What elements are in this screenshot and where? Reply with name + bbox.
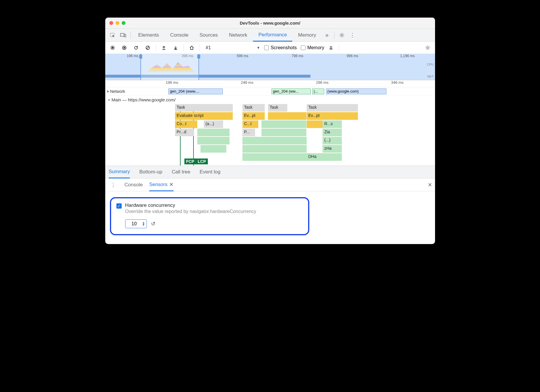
settings-icon[interactable] — [337, 30, 347, 40]
flame-block[interactable]: zHa — [322, 145, 342, 153]
network-request[interactable]: gen_204 (www.... — [168, 88, 223, 94]
flame-block[interactable] — [332, 112, 358, 120]
capture-settings-icon[interactable] — [423, 43, 433, 53]
flame-block[interactable]: Zia — [322, 129, 342, 136]
tab-elements[interactable]: Elements — [133, 29, 164, 41]
flame-block[interactable] — [201, 145, 226, 153]
flame-block[interactable]: Task — [242, 104, 265, 112]
main-tabs: Elements Console Sources Network Perform… — [105, 29, 435, 42]
flame-block[interactable]: Task — [268, 104, 287, 112]
flame-block[interactable] — [242, 153, 307, 161]
flame-block[interactable]: Ev...pt — [307, 112, 332, 120]
flame-chart[interactable]: FCP LCP TaskTaskTaskTaskEvaluate scriptE… — [105, 104, 435, 166]
close-sensors-tab-icon[interactable]: ✕ — [169, 181, 174, 188]
network-track: ▶Network gen_204 (www....gen_204 (ww...|… — [105, 87, 435, 96]
flame-block[interactable]: Task — [175, 104, 233, 112]
hardware-concurrency-title: Hardware concurrency — [125, 202, 256, 208]
record-circle-icon[interactable] — [119, 43, 129, 53]
tab-summary[interactable]: Summary — [109, 166, 130, 178]
overview-net-label: NET — [427, 75, 434, 78]
reset-icon[interactable]: ↺ — [151, 221, 155, 227]
flame-block[interactable] — [242, 137, 307, 144]
overview-cpu-label: CPU — [427, 63, 434, 66]
download-icon[interactable] — [171, 43, 181, 53]
main-track-label[interactable]: ▼Main — https://www.google.com/ — [105, 96, 435, 104]
svg-rect-1 — [120, 33, 124, 36]
tab-bottom-up[interactable]: Bottom-up — [139, 166, 162, 178]
drawer-kebab-icon[interactable]: ⋮ — [108, 180, 118, 190]
flame-block[interactable]: Co...t — [175, 120, 198, 128]
timeline-overview[interactable]: 196 ms 396 ms 596 ms 796 ms 996 ms 1,196… — [105, 54, 435, 80]
flame-block[interactable] — [197, 137, 230, 144]
svg-point-10 — [427, 47, 429, 49]
network-request[interactable]: |... — [312, 88, 324, 94]
svg-line-9 — [147, 47, 149, 49]
maximize-window-button[interactable] — [122, 21, 125, 25]
flame-block[interactable]: Ev...pt — [242, 112, 265, 120]
expand-icon[interactable]: ▶ — [107, 89, 109, 93]
performance-lower-tabs: Summary Bottom-up Call tree Event log — [105, 166, 435, 178]
close-window-button[interactable] — [109, 21, 113, 25]
memory-checkbox[interactable] — [301, 45, 305, 50]
collapse-icon[interactable]: ▼ — [108, 98, 111, 102]
svg-rect-2 — [124, 34, 126, 37]
hardware-concurrency-checkbox[interactable]: ✓ — [116, 203, 122, 209]
sensors-panel: ✓ Hardware concurrency Override the valu… — [105, 191, 435, 244]
flame-block[interactable] — [261, 120, 306, 128]
tab-network[interactable]: Network — [224, 29, 252, 41]
upload-icon[interactable] — [159, 43, 169, 53]
flame-block[interactable] — [261, 129, 306, 136]
flame-block[interactable] — [242, 145, 307, 153]
flame-block[interactable] — [268, 112, 306, 120]
flame-block[interactable] — [197, 129, 230, 136]
flame-block[interactable] — [307, 120, 323, 128]
flame-block[interactable]: (a...) — [204, 120, 223, 128]
minimize-window-button[interactable] — [116, 21, 119, 25]
reload-icon[interactable] — [131, 43, 141, 53]
garbage-collect-icon[interactable] — [326, 43, 336, 53]
flame-block[interactable]: Evaluate script — [175, 112, 233, 120]
hardware-concurrency-highlight: ✓ Hardware concurrency Override the valu… — [110, 197, 309, 235]
device-toggle-icon[interactable] — [118, 30, 128, 40]
performance-toolbar: #1 ▼ Screenshots Memory — [105, 42, 435, 54]
record-icon[interactable] — [108, 43, 118, 53]
selection-handle-left[interactable] — [139, 54, 142, 59]
home-icon[interactable] — [187, 43, 197, 53]
flame-block[interactable]: R...s — [322, 120, 342, 128]
tab-event-log[interactable]: Event log — [200, 166, 220, 178]
tab-memory[interactable]: Memory — [293, 29, 321, 41]
drawer-tab-sensors[interactable]: Sensors✕ — [149, 179, 174, 191]
recording-selector-dropdown[interactable]: ▼ — [257, 46, 260, 50]
overview-selection[interactable] — [140, 54, 199, 80]
clear-icon[interactable] — [143, 43, 153, 53]
close-drawer-icon[interactable]: ✕ — [428, 182, 432, 188]
inspect-icon[interactable] — [108, 30, 118, 40]
more-tabs-icon[interactable]: » — [322, 30, 332, 40]
svg-rect-5 — [112, 47, 113, 49]
flame-block[interactable]: C...t — [242, 120, 259, 128]
screenshots-label: Screenshots — [271, 45, 297, 50]
network-request[interactable]: (www.google.com) — [326, 88, 387, 94]
screenshots-checkbox[interactable] — [264, 45, 269, 50]
hardware-concurrency-input[interactable] — [125, 219, 147, 228]
network-track-label[interactable]: ▶Network — [105, 87, 132, 95]
kebab-menu-icon[interactable]: ⋮ — [347, 30, 357, 40]
tab-call-tree[interactable]: Call tree — [172, 166, 190, 178]
selection-handle-right[interactable] — [197, 54, 200, 59]
svg-point-3 — [341, 34, 343, 36]
devtools-window: DevTools - www.google.com/ Elements Cons… — [105, 18, 435, 244]
flame-block[interactable]: P... — [242, 129, 255, 136]
svg-point-7 — [123, 47, 125, 49]
flame-block[interactable]: Task — [307, 104, 358, 112]
flame-block[interactable]: (...) — [322, 137, 342, 144]
tab-console[interactable]: Console — [165, 29, 193, 41]
flame-block[interactable]: Pr...d — [175, 129, 194, 136]
hardware-concurrency-subtitle: Override the value reported by navigator… — [125, 209, 256, 214]
tab-sources[interactable]: Sources — [194, 29, 223, 41]
track-area: 196 ms 246 ms 296 ms 346 ms ▶Network gen… — [105, 80, 435, 166]
flame-block[interactable]: DHa — [307, 153, 342, 161]
drawer-tab-console[interactable]: Console — [125, 178, 143, 191]
tab-performance[interactable]: Performance — [253, 29, 292, 42]
network-request[interactable]: gen_204 (ww... — [271, 88, 311, 94]
time-ruler: 196 ms 246 ms 296 ms 346 ms — [105, 80, 435, 87]
